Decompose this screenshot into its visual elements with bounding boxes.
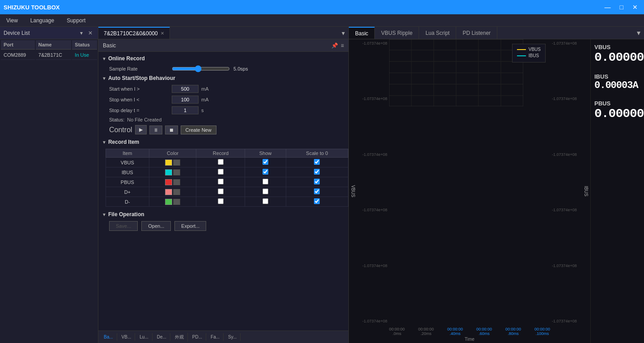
device-list-close-button[interactable]: ✕ [86,29,94,37]
show-check-0[interactable] [263,159,268,165]
chart-tab-bar: Basic VBUS Ripple Lua Script PD Listener… [349,27,644,39]
minimize-button[interactable]: — [602,3,614,12]
color-swatch-primary-4[interactable] [165,199,172,205]
chart-tab-pd-listener[interactable]: PD Listener [456,27,497,39]
record-item-row-d+: D+ [106,187,348,197]
record-check-4[interactable] [218,198,224,204]
ibus-label: IBUS [594,73,640,80]
y-axis-left: -1.07374e+08 -1.07374e+08 -1.07374e+08 -… [349,39,389,325]
stop-when-input[interactable] [172,96,199,104]
y-label-left-3: -1.07374e+08 [362,208,387,212]
chart-panel: Basic VBUS Ripple Lua Script PD Listener… [349,27,644,343]
color-swatch-secondary-4[interactable] [173,199,180,205]
x-label-5: 00:00:00.100ms [534,327,550,336]
col-scale: Scale to 0 [286,149,348,158]
bottom-tab-lu[interactable]: Lu... [136,333,152,341]
scale-check-4[interactable] [314,198,320,204]
bottom-tab-sy[interactable]: Sy... [225,333,241,341]
status-value: No File Created [127,117,161,122]
show-check-4[interactable] [263,198,268,204]
panel-expand-icon[interactable]: ▾ [342,29,348,37]
color-swatch-secondary-3[interactable] [173,189,180,195]
file-operation-title: File Operation [108,211,144,218]
y-label-left-1: -1.07374e+08 [362,96,387,101]
scale-check-3[interactable] [314,188,320,194]
stop-button[interactable]: ⏹ [165,125,178,134]
color-swatch-primary-0[interactable] [165,159,172,166]
y-label-left-4: -1.07374e+08 [362,264,387,268]
table-row[interactable]: COM2889 7&2B171C In Use [1,50,97,60]
bottom-tab-vb[interactable]: VB... [118,333,136,341]
color-swatch-primary-3[interactable] [165,189,172,195]
record-check-3[interactable] [218,188,224,194]
pin-icon[interactable]: 📌 [331,42,338,49]
menu-view[interactable]: View [4,16,21,25]
stop-when-label: Stop when I < [109,97,172,102]
show-check-2[interactable] [263,179,268,184]
bottom-tab-de[interactable]: De... [153,333,170,341]
device-list-header-buttons: ▾ ✕ [78,29,94,37]
scale-check-2[interactable] [314,179,320,184]
close-button[interactable]: ✕ [630,3,640,12]
device-list-panel: Device List ▾ ✕ Port Name Status COM2889… [0,27,98,343]
play-button[interactable]: ▶ [135,125,147,134]
stop-delay-input[interactable] [172,106,199,114]
pause-button[interactable]: ⏸ [149,125,162,134]
scale-check-1[interactable] [314,169,320,175]
color-swatch-primary-1[interactable] [165,169,172,176]
color-swatch-secondary-2[interactable] [173,179,180,185]
record-check-2[interactable] [218,179,224,184]
show-check-3[interactable] [263,188,268,194]
auto-start-stop-collapse[interactable]: ▼ [102,76,106,81]
show-check-1[interactable] [263,169,268,175]
create-new-button[interactable]: Create New [181,125,216,134]
record-item-row-vbus: VBUS [106,158,348,167]
file-op-collapse[interactable]: ▼ [102,212,106,217]
center-panel: 7&2B1710C2&0&0000 ✕ ▾ Basic 📌 ≡ ▼ Online… [98,27,349,343]
legend-vbus-line [517,49,526,50]
scale-check-0[interactable] [314,159,320,165]
panel-options-icon[interactable]: ≡ [341,42,344,49]
chart-tab-vbus-ripple[interactable]: VBUS Ripple [375,27,419,39]
record-item-name-0: VBUS [106,158,149,167]
online-record-collapse-arrow[interactable]: ▼ [102,56,106,61]
chart-tab-lua-script[interactable]: Lua Script [419,27,456,39]
start-when-input[interactable] [172,85,199,93]
bottom-tab-ba[interactable]: Ba... [100,333,117,341]
record-check-1[interactable] [218,169,224,175]
col-name: Name [36,40,72,50]
open-button[interactable]: Open... [141,221,171,231]
record-checkbox-2 [196,177,245,187]
chart-tab-basic[interactable]: Basic [349,27,375,39]
col-item: Item [106,149,149,158]
pbus-label: PBUS [594,100,640,107]
bottom-tab-jp[interactable]: 外观 [171,333,188,342]
record-item-collapse[interactable]: ▼ [102,140,106,145]
bottom-tab-fa[interactable]: Fa... [207,333,224,341]
stop-delay-label: Stop delay t = [109,108,172,113]
vbus-label: VBUS [594,44,640,50]
menu-support[interactable]: Support [64,16,88,25]
device-list-dropdown-button[interactable]: ▾ [78,29,85,37]
sample-rate-slider[interactable] [172,65,230,72]
save-button[interactable]: Save... [109,221,138,231]
record-item-name-2: PBUS [106,177,149,187]
tab-close-button[interactable]: ✕ [161,31,164,36]
bottom-tab-pd[interactable]: PD... [189,333,206,341]
menu-language[interactable]: Language [28,16,57,25]
panel-title-controls: 📌 ≡ [331,42,344,49]
color-swatch-primary-2[interactable] [165,179,172,185]
color-swatch-secondary-0[interactable] [173,159,180,166]
color-swatch-secondary-1[interactable] [173,169,180,176]
control-row: Control ▶ ⏸ ⏹ Create New [102,125,345,134]
show-checkbox-1 [245,167,286,177]
maximize-button[interactable]: □ [617,3,626,12]
record-item-row-ibus: IBUS [106,167,348,177]
legend-vbus: VBUS [517,47,541,52]
col-color: Color [149,149,196,158]
export-button[interactable]: Export... [174,221,206,231]
chart-panel-options-icon[interactable]: ▾ [637,29,644,37]
device-name: 7&2B171C [36,50,72,60]
record-check-0[interactable] [218,159,224,165]
device-tab-active[interactable]: 7&2B1710C2&0&0000 ✕ [98,27,170,39]
